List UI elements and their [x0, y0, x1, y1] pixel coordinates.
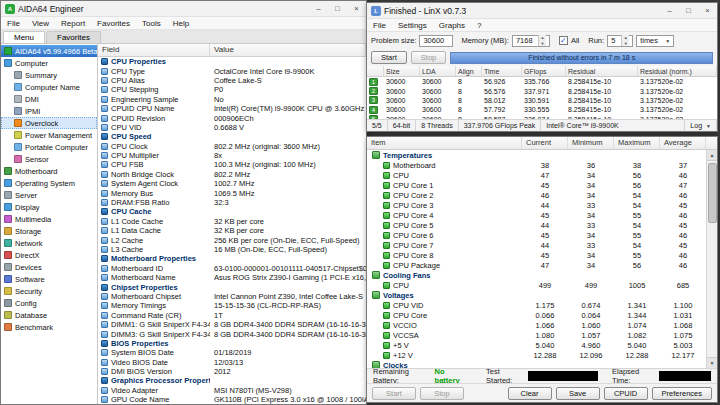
menu-item-file[interactable]: File: [1, 17, 26, 29]
scroll-up-icon[interactable]: ▲: [707, 150, 718, 161]
field-row[interactable]: Command Rate (CR)1T: [98, 311, 366, 320]
result-row[interactable]: 23060030600856.576337.9718.258415e-103.1…: [367, 86, 717, 95]
maximize-button[interactable]: □: [328, 1, 347, 16]
sidebar-item-benchmark[interactable]: Benchmark: [1, 321, 97, 333]
sidebar-item-operating-system[interactable]: Operating System: [1, 177, 97, 189]
sidebar-item-power-management[interactable]: Power Management: [1, 129, 97, 141]
problem-size-input[interactable]: 30600: [419, 35, 453, 47]
field-row[interactable]: Engineering SampleNo: [98, 95, 366, 104]
field-row[interactable]: GPU Code NameGK110B (PCI Express 3.0 x16…: [98, 395, 366, 404]
all-checkbox[interactable]: [559, 36, 568, 45]
sensor-row-cpu-core-8[interactable]: CPU Core 845345546: [367, 250, 706, 260]
field-row[interactable]: CPUID CPU NameIntel(R) Core(TM) i9-9900K…: [98, 104, 366, 113]
column-header-value[interactable]: Value: [210, 44, 366, 56]
sidebar-item-portable-computer[interactable]: Portable Computer: [1, 141, 97, 153]
result-row[interactable]: 33060030600858.012330.5918.258415e-103.1…: [367, 96, 717, 105]
sidebar-item-computer-name[interactable]: Computer Name: [1, 81, 97, 93]
close-button[interactable]: ×: [347, 1, 366, 16]
sidebar-item-overclock[interactable]: Overclock: [1, 117, 97, 129]
sensor-row-vccio[interactable]: VCCIO1.0661.0601.0741.068: [367, 320, 706, 330]
sensor-row-cpu-core-5[interactable]: CPU Core 544335445: [367, 220, 706, 230]
sidebar-item-motherboard[interactable]: Motherboard: [1, 165, 97, 177]
field-row[interactable]: CPU Clock802.2 MHz (original: 3600 MHz): [98, 142, 366, 151]
field-row[interactable]: Memory Timings15-15-15-36 (CL-RCD-RP-RAS…: [98, 301, 366, 310]
sidebar-item-security[interactable]: Security: [1, 285, 97, 297]
sidebar-item-directx[interactable]: DirectX: [1, 249, 97, 261]
menu-item-favorites[interactable]: Favorites: [91, 17, 136, 29]
status-segment-log[interactable]: Log: [685, 120, 717, 131]
sidebar-item-dmi[interactable]: DMI: [1, 93, 97, 105]
field-row[interactable]: DMI BIOS Version2012: [98, 367, 366, 376]
field-row[interactable]: CPU SteppingP0: [98, 85, 366, 94]
scroll-down-icon[interactable]: ▼: [707, 357, 718, 368]
sidebar-item-sensor[interactable]: Sensor: [1, 153, 97, 165]
preferences-button[interactable]: Preferences: [652, 387, 712, 400]
sidebar-item-software[interactable]: Software: [1, 273, 97, 285]
field-row[interactable]: L1 Data Cache32 KB per core: [98, 226, 366, 235]
column-header-current[interactable]: Current: [522, 137, 568, 149]
sidebar-item-database[interactable]: Database: [1, 309, 97, 321]
memory-spinner-icon[interactable]: [538, 35, 546, 46]
sensor-row-cpu[interactable]: CPU4994991005685: [367, 280, 706, 290]
menu-item-[interactable]: ?: [471, 19, 487, 31]
memory-input[interactable]: 7168: [512, 35, 550, 47]
sensor-row-cpu-core-2[interactable]: CPU Core 246345446: [367, 190, 706, 200]
sidebar-item-display[interactable]: Display: [1, 201, 97, 213]
column-header-minimum[interactable]: Minimum: [568, 137, 614, 149]
cpuid-button[interactable]: CPUID: [604, 387, 648, 400]
menu-item-settings[interactable]: Settings: [392, 19, 433, 31]
run-count-input[interactable]: 5: [607, 35, 633, 47]
sensor-row-vccsa[interactable]: VCCSA1.0801.0571.0821.075: [367, 330, 706, 340]
sensor-row-cpu[interactable]: CPU47345646: [367, 170, 706, 180]
run-spinner-icon[interactable]: [621, 35, 629, 46]
sensor-group-cooling-fans[interactable]: Cooling Fans: [367, 270, 706, 280]
maximize-button[interactable]: □: [679, 3, 698, 18]
group-row-graphics-processor-properties[interactable]: Graphics Processor Properties: [98, 376, 366, 385]
menu-item-help[interactable]: Help: [167, 17, 195, 29]
field-row[interactable]: DIMM1: G Skill SniperX F4-3400C16-16G...…: [98, 320, 366, 329]
sensor-row-cpu-core-7[interactable]: CPU Core 744335445: [367, 240, 706, 250]
sensor-row-cpu-vid[interactable]: CPU VID1.1750.6741.3411.100: [367, 300, 706, 310]
start-button[interactable]: Start: [372, 387, 416, 400]
field-row[interactable]: Motherboard ChipsetIntel Cannon Point Z3…: [98, 292, 366, 301]
sidebar-item-ipmi[interactable]: IPMI: [1, 105, 97, 117]
field-row[interactable]: CPU TypeOctalCore Intel Core i9-9900K: [98, 66, 366, 75]
field-row[interactable]: North Bridge Clock802.2 MHz: [98, 170, 366, 179]
result-row[interactable]: 13060030600856.926335.7668.258415e-103.1…: [367, 77, 717, 86]
menu-item-file[interactable]: File: [367, 19, 392, 31]
scrollbar-thumb[interactable]: [708, 163, 717, 223]
field-row[interactable]: DIMM3: G Skill SniperX F4-3400C16-16G...…: [98, 329, 366, 338]
sidebar-item-config[interactable]: Config: [1, 297, 97, 309]
group-row-cpu-cache[interactable]: CPU Cache: [98, 207, 366, 216]
minimize-button[interactable]: –: [309, 1, 328, 16]
save-button[interactable]: Save: [556, 387, 600, 400]
sidebar-item-aida64-v5-99-4966-beta[interactable]: AIDA64 v5.99.4966 Beta: [1, 45, 97, 57]
menu-item-graphs[interactable]: Graphs: [433, 19, 471, 31]
sidebar-item-server[interactable]: Server: [1, 189, 97, 201]
minimize-button[interactable]: –: [660, 3, 679, 18]
group-row-cpu-properties[interactable]: CPU Properties: [98, 57, 366, 66]
linx-stop-button[interactable]: Stop: [411, 51, 446, 64]
field-row[interactable]: L3 Cache16 MB (On-Die, ECC, Full-Speed): [98, 245, 366, 254]
group-row-cpu-speed[interactable]: CPU Speed: [98, 132, 366, 141]
field-row[interactable]: Video BIOS Date12/03/13: [98, 358, 366, 367]
sensor-row-cpu-core-1[interactable]: CPU Core 145345647: [367, 180, 706, 190]
field-row[interactable]: System BIOS Date01/18/2019: [98, 348, 366, 357]
field-row[interactable]: System Agent Clock1002.7 MHz: [98, 179, 366, 188]
field-row[interactable]: CPUID Revision000906ECh: [98, 113, 366, 122]
sensor-row-5-v[interactable]: +5 V5.0404.9605.0405.003: [367, 340, 706, 350]
column-header-item[interactable]: Item: [367, 137, 522, 149]
result-row[interactable]: 43060030600857.792330.5558.258415e-103.1…: [367, 105, 717, 114]
sensor-group-voltages[interactable]: Voltages: [367, 290, 706, 300]
field-row[interactable]: Video AdapterMSI N780Ti (MS-V298): [98, 386, 366, 395]
field-row[interactable]: Motherboard ID63-0100-000001-00101111-04…: [98, 264, 366, 273]
sensor-row-motherboard[interactable]: Motherboard38363837: [367, 160, 706, 170]
clear-button[interactable]: Clear: [508, 387, 552, 400]
tab-menu[interactable]: Menu: [3, 31, 45, 43]
column-header-average[interactable]: Average: [660, 137, 706, 149]
column-header-field[interactable]: Field: [98, 44, 210, 56]
field-row[interactable]: Motherboard NameAsus ROG Strix Z390-I Ga…: [98, 273, 366, 282]
close-button[interactable]: ×: [698, 3, 717, 18]
run-unit-dropdown[interactable]: times: [636, 35, 674, 47]
menu-item-report[interactable]: Report: [55, 17, 91, 29]
